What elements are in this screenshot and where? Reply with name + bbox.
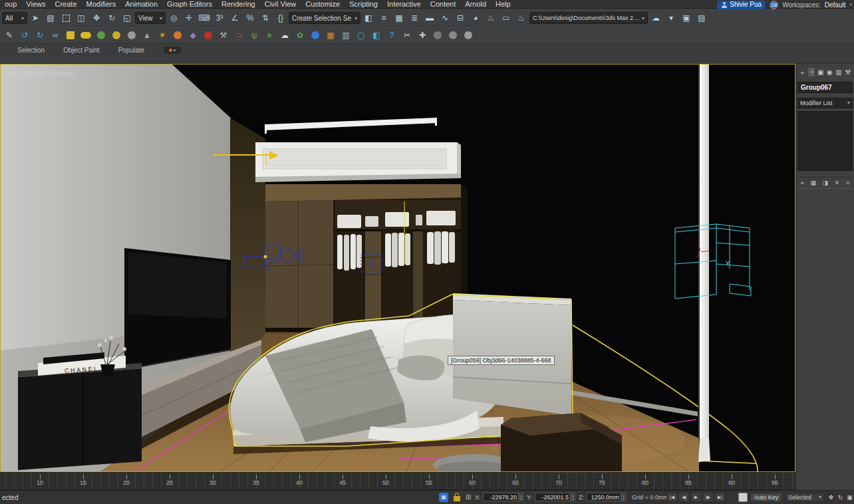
selection-region-icon[interactable] xyxy=(59,11,73,25)
menu-civil-view[interactable]: Civil View xyxy=(260,0,301,9)
selection-set-combo[interactable]: Create Selection Se▾ xyxy=(289,12,360,24)
snap-toggle-icon[interactable]: 3³ xyxy=(212,11,227,25)
select-and-rotate-icon[interactable]: ↻ xyxy=(104,11,119,25)
selection-filter-dropdown[interactable]: All▾ xyxy=(2,12,27,24)
undo-view-icon[interactable]: ↺ xyxy=(17,28,32,43)
make-unique-button[interactable]: ◨ xyxy=(823,180,829,186)
select-and-manipulate-icon[interactable]: ✛ xyxy=(182,11,196,25)
wardrobe[interactable] xyxy=(265,184,468,333)
maximize-viewport-icon[interactable]: ▣ xyxy=(845,492,854,503)
sphere-b-icon[interactable] xyxy=(446,28,460,43)
orbit-icon[interactable]: ↻ xyxy=(836,492,845,503)
viewport[interactable]: CHANEL xyxy=(0,64,795,472)
z-coordinate-field[interactable]: 1250.0mm xyxy=(587,493,621,501)
pan-icon[interactable]: ✥ xyxy=(827,492,835,503)
auto-key-button[interactable]: Auto Key xyxy=(750,493,782,502)
remove-modifier-button[interactable]: ✕ xyxy=(835,180,840,186)
percent-snap-icon[interactable]: % xyxy=(243,11,257,25)
scene-render[interactable]: CHANEL xyxy=(1,64,795,471)
menu-graph-editors[interactable]: Graph Editors xyxy=(162,0,217,9)
yellow-sphere-icon[interactable] xyxy=(109,28,124,43)
angle-snap-icon[interactable]: ∠ xyxy=(227,11,242,25)
ribbon-tab-selection[interactable]: Selection xyxy=(17,47,45,54)
help-icon[interactable]: ? xyxy=(384,28,399,43)
chart-icon[interactable]: ◧ xyxy=(369,28,384,43)
ribbon-toggle-icon[interactable]: ▬ xyxy=(422,11,437,25)
pencil-icon[interactable]: ✎ xyxy=(2,28,17,43)
user-account-button[interactable]: Shivie Pua xyxy=(717,1,766,9)
render-production-icon[interactable]: ♨ xyxy=(514,11,529,25)
headboard[interactable] xyxy=(453,293,571,416)
x-coordinate-spinner[interactable]: ▴▾ xyxy=(519,493,523,501)
named-selection-sets-icon[interactable]: {} xyxy=(273,11,288,25)
menu-customize[interactable]: Customize xyxy=(301,0,345,9)
mirror-icon[interactable]: ◧ xyxy=(361,11,376,25)
scene-explorer-icon[interactable]: ▦ xyxy=(392,11,406,25)
blue-sphere-icon[interactable] xyxy=(308,28,323,43)
tab-create-icon[interactable]: ＋ xyxy=(799,68,806,76)
tab-motion-icon[interactable]: ◉ xyxy=(826,68,833,76)
previous-frame-button[interactable]: ◀| xyxy=(678,492,690,502)
render-cloud-icon[interactable]: ☁ xyxy=(648,11,663,25)
align-icon[interactable]: ≡ xyxy=(376,11,391,25)
menu-help[interactable]: Help xyxy=(491,0,515,9)
select-by-name-icon[interactable]: ▤ xyxy=(43,11,58,25)
material-editor-icon[interactable]: ◕ xyxy=(468,11,483,25)
tree-icon[interactable]: ♣ xyxy=(262,28,277,43)
schematic-view-icon[interactable]: ⊟ xyxy=(453,11,468,25)
menu-scripting[interactable]: Scripting xyxy=(345,0,382,9)
isolate-selection-button[interactable]: ▦ xyxy=(439,493,448,502)
yellow-capsule-icon[interactable] xyxy=(78,28,93,43)
x-coordinate-field[interactable]: -22978.20 xyxy=(483,493,519,501)
plus-icon[interactable]: ✚ xyxy=(415,28,430,43)
cone-icon[interactable]: ▲ xyxy=(140,28,154,43)
menu-animation[interactable]: Animation xyxy=(120,0,162,9)
select-and-scale-icon[interactable]: ◱ xyxy=(120,11,134,25)
modifier-list-dropdown[interactable]: Modifier List ▾ xyxy=(797,98,853,108)
sun-icon[interactable]: ☀ xyxy=(155,28,170,43)
notification-badge[interactable]: 28 xyxy=(770,1,778,9)
sphere-a-icon[interactable] xyxy=(430,28,445,43)
scissors-icon[interactable]: ✂ xyxy=(400,28,414,43)
play-button[interactable]: ▶ xyxy=(690,492,702,502)
configure-modifier-sets-button[interactable]: ≡ xyxy=(846,180,849,186)
viewport-shading-label[interactable]: dard ] [Default Shading ] xyxy=(3,70,75,77)
set-key-button[interactable] xyxy=(738,493,748,502)
select-and-move-icon[interactable]: ✥ xyxy=(89,11,104,25)
orange-sphere-icon[interactable] xyxy=(170,28,185,43)
selection-lock-icon[interactable] xyxy=(454,496,460,501)
pelmet-box[interactable] xyxy=(255,142,461,182)
workspace-grid-icon[interactable]: ▤ xyxy=(694,11,709,25)
menu-content[interactable]: Content xyxy=(426,0,461,9)
use-pivot-center-icon[interactable]: ◎ xyxy=(166,11,181,25)
menu-interactive[interactable]: Interactive xyxy=(382,0,426,9)
menu-rendering[interactable]: Rendering xyxy=(217,0,260,9)
next-frame-button[interactable]: |▶ xyxy=(702,492,714,502)
spinner-snap-icon[interactable]: ⇅ xyxy=(258,11,273,25)
select-object-icon[interactable]: ➤ xyxy=(28,11,43,25)
y-coordinate-field[interactable]: -262001.5 xyxy=(535,493,571,501)
y-coordinate-spinner[interactable]: ▴▾ xyxy=(571,493,575,501)
menu-modifiers[interactable]: Modifiers xyxy=(82,0,121,9)
rendered-frame-icon[interactable]: ▭ xyxy=(499,11,513,25)
project-path-dropdown[interactable]: C:\Users\desig\Documents\3ds Max 2020▾ xyxy=(529,12,648,24)
reference-coordinate-dropdown[interactable]: View▾ xyxy=(135,12,166,24)
wall-partition[interactable] xyxy=(698,64,710,462)
tab-utilities-icon[interactable]: ⚒ xyxy=(844,68,851,76)
red-sphere-icon[interactable] xyxy=(201,28,215,43)
window-crossing-icon[interactable]: ◫ xyxy=(74,11,88,25)
wheat-icon[interactable]: ψ xyxy=(247,28,261,43)
menu-create[interactable]: Create xyxy=(51,0,82,9)
tab-display-icon[interactable]: ▥ xyxy=(835,68,843,76)
ribbon-overflow-button[interactable]: ▾ xyxy=(164,47,181,54)
ribbon-tab-object-paint[interactable]: Object Paint xyxy=(63,47,99,54)
pin-stack-button[interactable]: ⌖ xyxy=(801,180,804,186)
tv[interactable] xyxy=(124,248,231,370)
flower-icon[interactable]: ✿ xyxy=(293,28,307,43)
ribbon-tab-populate[interactable]: Populate xyxy=(118,47,144,54)
workspaces-dropdown[interactable]: Default xyxy=(825,1,846,9)
layer-explorer-icon[interactable]: ≣ xyxy=(407,11,422,25)
hammer-icon[interactable]: ⚒ xyxy=(216,28,231,43)
monitor-icon[interactable]: ▢ xyxy=(354,28,368,43)
menu-views[interactable]: Views xyxy=(21,0,50,9)
